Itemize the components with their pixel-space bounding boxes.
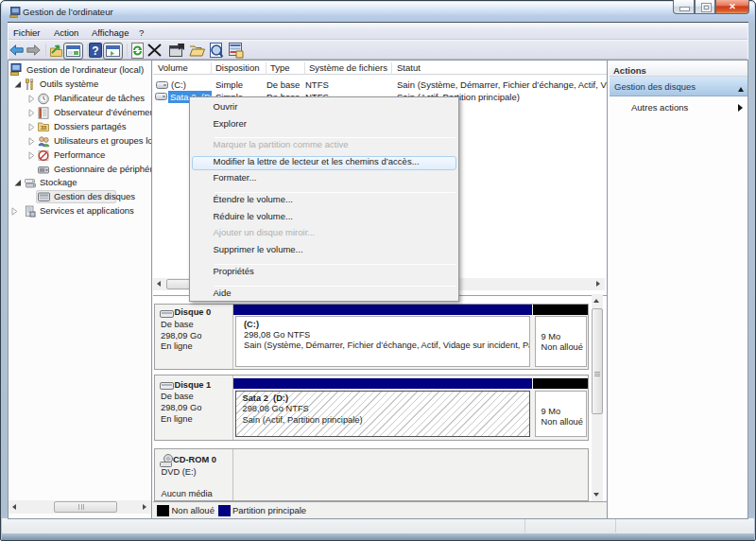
svg-text:33: 33 [41,125,46,131]
svg-text:?: ? [92,44,98,58]
